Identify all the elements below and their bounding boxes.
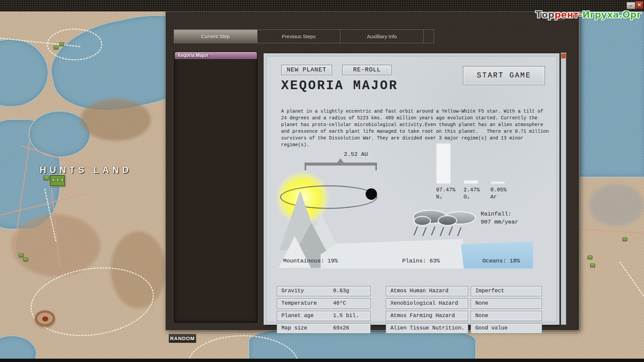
game-screen: HUNTS LAND – ✕ Торрент-Игруха.Орг MINI C… [0, 0, 644, 362]
re-roll-button[interactable]: RE-ROLL [342, 65, 392, 75]
unit-marker[interactable] [44, 176, 49, 180]
terrain-patch [80, 99, 151, 141]
terrain-plains-label: Plains: 63% [402, 258, 440, 264]
distance-ruler [305, 163, 377, 166]
stat-value: None [471, 311, 542, 321]
tab-previous-steps[interactable]: Previous Steps [257, 30, 340, 43]
cloud-icon [439, 216, 456, 225]
start-game-button[interactable]: START GAME [463, 66, 545, 85]
stat-label: Map size [277, 324, 333, 333]
minimize-button[interactable]: – [627, 2, 635, 9]
road [580, 228, 644, 234]
ar-bar [491, 182, 504, 183]
water-region [579, 7, 644, 178]
ruler-cap-right [375, 163, 377, 170]
orbit-distance-label: 2.52 AU [319, 151, 393, 158]
water-region [0, 335, 37, 362]
planet-description: A planet in a slightly eccentric and fas… [281, 108, 549, 148]
stat-value: 69x26 [333, 324, 370, 333]
border-line [619, 261, 644, 336]
terrain-patch [12, 215, 101, 277]
tab-bar: Current Step Previous Steps Auxilliary I… [174, 29, 434, 43]
tab-auxilliary-info[interactable]: Auxilliary Info [340, 30, 424, 43]
hazard-stats-table: Atmos Human Hazard Imperfect Xenobiologi… [386, 286, 542, 336]
close-button[interactable]: ✕ [635, 1, 643, 9]
bottom-bar [0, 359, 644, 362]
unit-marker[interactable] [19, 253, 23, 257]
tab-current-step[interactable]: Current Step [174, 30, 257, 43]
stat-value: 40°C [333, 299, 370, 308]
watermark-part: Тор [536, 9, 554, 20]
unit-marker[interactable] [590, 263, 595, 267]
unit-marker[interactable] [23, 257, 28, 261]
unit-marker[interactable] [588, 255, 592, 259]
ruler-pointer [337, 158, 344, 163]
crater-core [42, 316, 48, 321]
rain-streak [414, 226, 418, 235]
ruins-patch [589, 184, 644, 226]
unit-marker[interactable] [59, 42, 64, 46]
stat-value: 0.63g [333, 287, 370, 296]
stat-value: None [471, 298, 542, 309]
o2-bar [464, 181, 478, 183]
stat-value: Good value [471, 323, 542, 334]
watermark: Торрент-Игруха.Орг [536, 9, 641, 20]
n2-label: 97.47%N₂ [436, 187, 455, 201]
water-region [0, 39, 49, 107]
step-list-item-xeqoria-major[interactable]: Xeqoria Major [175, 52, 257, 59]
terrain-mountainous-label: Mountainous: 19% [283, 258, 338, 264]
planet-stats-table: Gravity 0.63g Temperature 40°C Planet ag… [277, 286, 371, 336]
cloud-icon [415, 217, 430, 225]
ar-label: 0.05%Ar [490, 187, 506, 201]
planet-name-title: XEQORIA MAJOR [281, 78, 398, 93]
table-row: Gravity 0.63g [277, 286, 371, 296]
rain-streak [440, 227, 444, 236]
rain-streak [431, 226, 435, 235]
watermark-part: Игруха.Орг [582, 9, 641, 20]
stat-label: Xenobiological Hazard [386, 298, 468, 309]
city-icon[interactable] [50, 175, 65, 186]
unit-marker[interactable] [623, 237, 627, 241]
table-row: Xenobiological Hazard None [386, 298, 542, 309]
unit-marker[interactable] [54, 46, 58, 49]
rain-streak [448, 226, 453, 235]
table-row: Temperature 40°C [277, 298, 371, 309]
rainfall-text: Rainfall: 907 mm/year [481, 210, 518, 226]
region-label: HUNTS LAND [40, 165, 132, 175]
scrollbar[interactable] [561, 53, 566, 325]
rainfall-value: 907 mm/year [481, 218, 518, 226]
planet-info-panel: NEW PLANET RE-ROLL START GAME XEQORIA MA… [264, 53, 559, 325]
new-planet-button[interactable]: NEW PLANET [281, 65, 332, 75]
o2-label: 2.47%O₂ [464, 187, 480, 201]
rain-streak [422, 227, 427, 236]
plains-graphic [321, 239, 468, 268]
table-row: Map size 69x26 [277, 323, 371, 334]
table-row: Atmos Human Hazard Imperfect [386, 286, 542, 296]
stat-label: Atmos Human Hazard [386, 286, 468, 296]
stat-label: Temperature [277, 299, 333, 308]
stat-value: Imperfect [471, 286, 542, 296]
rainfall-label: Rainfall: [481, 210, 518, 218]
stat-label: Planet age [277, 311, 333, 320]
terrain-oceans-label: Oceans: 18% [482, 258, 520, 264]
table-row: Alien Tissue Nutrition. Good value [386, 323, 542, 334]
planet-generation-dialog: MINI Current Step Previous Steps Auxilli… [165, 11, 579, 330]
ruler-cap-left [305, 163, 306, 170]
rain-streak [457, 227, 462, 236]
step-list-panel: Xeqoria Major [174, 51, 258, 323]
stat-label: Gravity [277, 287, 333, 296]
table-row: Planet age 1.5 bil. [277, 311, 371, 321]
stat-label: Alien Tissue Nutrition. [386, 323, 468, 334]
n2-bar [437, 144, 450, 183]
scrollbar-thumb[interactable] [561, 54, 566, 58]
table-row: Atmos Farming Hazard None [386, 311, 542, 321]
planet-icon [366, 188, 377, 200]
stat-value: 1.5 bil. [333, 311, 370, 320]
stat-label: Atmos Farming Hazard [386, 311, 468, 321]
ocean-graphic [461, 240, 533, 268]
random-button[interactable]: RANDOM [169, 334, 196, 343]
watermark-part: рент- [554, 9, 582, 20]
